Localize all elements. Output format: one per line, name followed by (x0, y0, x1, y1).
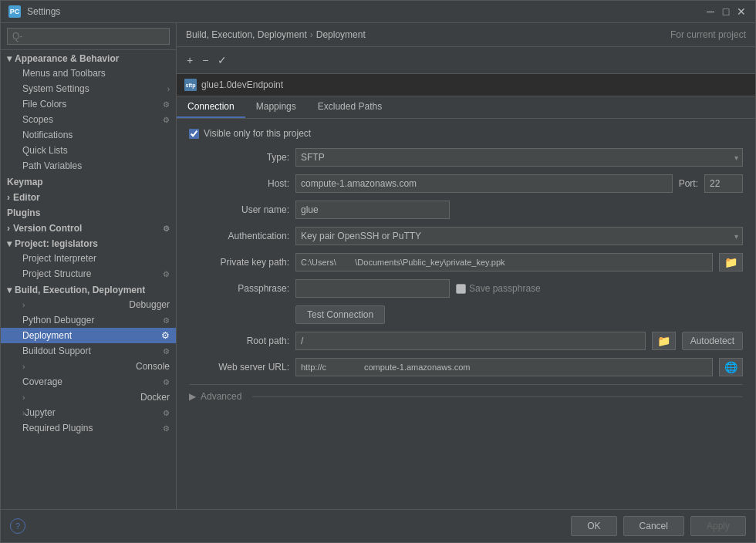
settings-icon: ⚙ (163, 378, 170, 386)
sidebar-label: Project: legislators (15, 238, 98, 249)
expand-arrow-icon: › (167, 85, 170, 93)
title-bar-controls: ─ □ ✕ (704, 5, 748, 18)
auth-select[interactable]: Key pair OpenSSH or PuTTY (295, 227, 743, 245)
advance-arrow-icon: ▶ (189, 391, 196, 402)
advanced-label: Advanced (201, 391, 241, 402)
sidebar-item-menus-toolbars[interactable]: Menus and Toolbars (1, 66, 176, 81)
collapse-arrow-icon: ▾ (7, 285, 12, 295)
for-project-text: For current project (670, 29, 746, 40)
auth-label: Authentication: (189, 231, 289, 241)
sidebar-item-jupyter[interactable]: › Jupyter ⚙ (1, 405, 176, 420)
username-input[interactable] (295, 201, 450, 219)
sidebar-item-project-structure[interactable]: Project Structure ⚙ (1, 266, 176, 282)
server-list: sftp glue1.0devEndpoint (177, 74, 755, 96)
sidebar-item-quick-lists[interactable]: Quick Lists (1, 143, 176, 158)
visible-only-checkbox[interactable] (189, 129, 199, 139)
sidebar-label: Build, Execution, Deployment (15, 285, 145, 295)
passphrase-row: Passphrase: Save passphrase (189, 279, 743, 298)
sidebar-item-notifications[interactable]: Notifications (1, 127, 176, 143)
private-key-input[interactable] (295, 253, 713, 272)
host-input[interactable] (295, 174, 673, 193)
web-server-url-input[interactable] (295, 358, 713, 376)
check-button[interactable]: ✓ (214, 52, 231, 69)
sidebar-item-file-colors[interactable]: File Colors ⚙ (1, 96, 176, 112)
minimize-button[interactable]: ─ (704, 5, 717, 18)
type-row: Type: SFTP (189, 148, 743, 167)
sidebar-item-build-execution-deployment[interactable]: ▾ Build, Execution, Deployment (1, 282, 176, 297)
sidebar-label: Scopes (22, 114, 53, 125)
add-server-button[interactable]: + (183, 52, 197, 69)
server-toolbar: + − ✓ (177, 47, 755, 74)
tab-excluded-paths[interactable]: Excluded Paths (307, 96, 393, 118)
sidebar-item-appearance-behavior[interactable]: ▾ Appearance & Behavior (1, 50, 176, 66)
help-button[interactable]: ? (10, 518, 25, 534)
collapse-arrow-icon: ▾ (7, 53, 12, 64)
remove-server-button[interactable]: − (198, 52, 212, 69)
tab-connection[interactable]: Connection (177, 96, 245, 118)
visible-only-label: Visible only for this project (204, 128, 311, 139)
breadcrumb: Build, Execution, Deployment › Deploymen… (177, 23, 755, 47)
browse-private-key-button[interactable]: 📁 (719, 253, 743, 272)
sidebar-item-coverage[interactable]: Coverage ⚙ (1, 374, 176, 390)
root-path-label: Root path: (189, 336, 289, 346)
settings-icon: ⚙ (163, 224, 170, 233)
sidebar-label: Quick Lists (22, 145, 68, 156)
deployment-panel: + − ✓ sftp glue1.0devEndpoint Connection (177, 47, 755, 509)
visible-only-row: Visible only for this project (189, 128, 743, 139)
server-name: glue1.0devEndpoint (201, 79, 283, 90)
server-item[interactable]: sftp glue1.0devEndpoint (177, 74, 755, 96)
sidebar-item-editor[interactable]: › Editor (1, 189, 176, 204)
sidebar-item-plugins[interactable]: Plugins (1, 204, 176, 220)
collapse-arrow-icon: ▾ (7, 238, 12, 249)
sidebar-item-python-debugger[interactable]: Python Debugger ⚙ (1, 312, 176, 328)
sidebar-item-system-settings[interactable]: System Settings › (1, 81, 176, 96)
close-button[interactable]: ✕ (735, 5, 748, 18)
type-label: Type: (189, 152, 289, 163)
search-input[interactable] (7, 28, 170, 45)
bottom-bar: ? OK Cancel Apply (1, 509, 755, 542)
sidebar-item-version-control[interactable]: › Version Control ⚙ (1, 220, 176, 235)
cancel-button[interactable]: Cancel (623, 516, 684, 536)
autodetect-button[interactable]: Autodetect (682, 332, 743, 350)
expand-arrow-icon: › (7, 223, 10, 234)
sidebar-item-docker[interactable]: › Docker (1, 390, 176, 405)
passphrase-input[interactable] (295, 279, 450, 298)
ok-button[interactable]: OK (571, 516, 616, 536)
root-path-input[interactable] (295, 332, 646, 350)
sidebar-item-scopes[interactable]: Scopes ⚙ (1, 112, 176, 127)
sidebar-item-buildout-support[interactable]: Buildout Support ⚙ (1, 343, 176, 359)
tabs-bar: Connection Mappings Excluded Paths (177, 96, 755, 119)
open-url-button[interactable]: 🌐 (719, 358, 743, 376)
advanced-divider (252, 396, 743, 397)
sidebar-item-project-legislators[interactable]: ▾ Project: legislators (1, 235, 176, 251)
web-server-url-row: Web server URL: 🌐 (189, 358, 743, 376)
advanced-section[interactable]: ▶ Advanced (189, 384, 743, 408)
app-icon: PC (8, 5, 21, 18)
maximize-button[interactable]: □ (720, 5, 732, 18)
passphrase-label: Passphrase: (189, 283, 289, 294)
apply-button[interactable]: Apply (690, 516, 746, 536)
sidebar-item-console[interactable]: › Console (1, 359, 176, 374)
private-key-row: Private key path: 📁 (189, 253, 743, 272)
sidebar-label: Notifications (22, 130, 73, 140)
sidebar-label: Plugins (7, 207, 40, 218)
sidebar-label: Path Variables (22, 160, 82, 171)
sidebar-item-required-plugins[interactable]: Required Plugins ⚙ (1, 420, 176, 436)
port-input[interactable] (704, 174, 743, 193)
sidebar-item-debugger[interactable]: › Debugger (1, 297, 176, 312)
tab-mappings[interactable]: Mappings (245, 96, 307, 118)
title-bar-left: PC Settings (8, 5, 60, 18)
save-passphrase-label: Save passphrase (469, 283, 541, 294)
save-passphrase-checkbox[interactable] (456, 284, 466, 294)
sidebar-item-deployment[interactable]: Deployment ⚙ (1, 328, 176, 343)
save-passphrase-row: Save passphrase (456, 283, 541, 294)
expand-arrow-icon: › (22, 393, 25, 402)
sidebar-item-keymap[interactable]: Keymap (1, 174, 176, 189)
type-select[interactable]: SFTP (295, 148, 743, 167)
test-connection-button[interactable]: Test Connection (295, 305, 385, 324)
sidebar-item-path-variables[interactable]: Path Variables (1, 158, 176, 174)
window-title: Settings (27, 6, 60, 17)
root-path-row: Root path: 📁 Autodetect (189, 332, 743, 350)
sidebar-item-project-interpreter[interactable]: Project Interpreter (1, 251, 176, 266)
browse-root-button[interactable]: 📁 (652, 332, 676, 350)
